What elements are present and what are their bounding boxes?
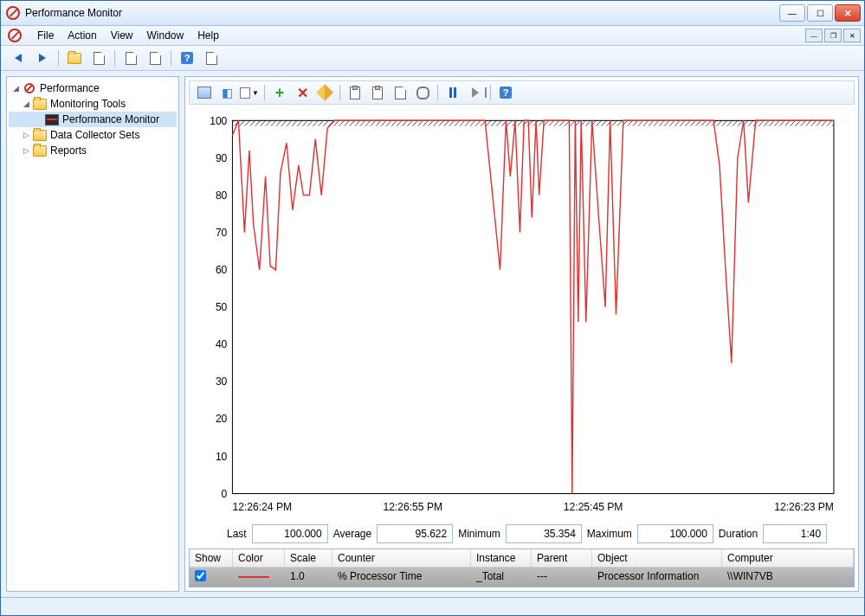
menu-view[interactable]: View [104,28,140,43]
printer-icon [150,52,161,65]
tree-node-monitoring-tools[interactable]: ◢ Monitoring Tools [9,96,177,112]
cell-computer: \\WIN7VB [722,568,854,587]
cell-counter: % Processor Time [332,568,471,587]
col-computer[interactable]: Computer [722,549,854,567]
svg-text:40: 40 [216,338,228,350]
show-tree-button[interactable] [87,48,110,68]
svg-text:10: 10 [216,450,228,462]
grid-row[interactable]: 1.0 % Processor Time _Total --- Processo… [190,568,854,587]
col-parent[interactable]: Parent [532,549,592,567]
chart-help-button[interactable]: ? [495,82,516,103]
max-label: Maximum [587,528,632,540]
tree-node-performance-monitor[interactable]: Performance Monitor [9,112,177,127]
client-area: ◢ Performance ◢ Monitoring Tools Perform… [1,71,864,597]
pause-icon [449,87,456,98]
copy-icon [350,87,360,99]
chart-area: 010203040506070809010012:26:24 PM12:26:5… [189,108,855,521]
folder-up-icon [68,53,81,64]
cell-parent: --- [532,568,592,587]
last-label: Last [227,528,247,540]
copy-button[interactable] [345,82,365,103]
zoom-button[interactable] [412,82,433,103]
menu-window[interactable]: Window [140,28,191,43]
properties-button[interactable] [119,48,142,68]
properties-button[interactable] [390,82,410,103]
col-counter[interactable]: Counter [332,549,471,567]
close-button[interactable]: ✕ [835,4,861,22]
view-graph-button[interactable] [194,82,215,103]
content-panel: ◧ ▼ + ✕ ? 010203040506070809010012:26:24… [184,76,859,592]
paste-button[interactable] [367,82,388,103]
col-object[interactable]: Object [592,549,722,567]
last-value: 100.000 [252,524,328,543]
col-color[interactable]: Color [233,549,285,567]
color-swatch [238,576,269,578]
nav-back-button[interactable] [7,48,29,68]
cell-scale: 1.0 [285,568,332,587]
menu-file[interactable]: File [30,28,61,43]
run-icon [206,52,217,65]
col-scale[interactable]: Scale [285,549,332,567]
menu-action[interactable]: Action [61,28,103,43]
print-button[interactable] [144,48,166,68]
properties-icon [395,87,406,99]
show-checkbox[interactable] [195,570,206,581]
tree-label: Data Collector Sets [50,129,139,141]
main-toolbar: ? [1,46,864,71]
menubar: File Action View Window Help — ❐ ✕ [1,26,864,46]
mdi-restore-button[interactable]: ❐ [824,29,842,42]
svg-text:90: 90 [216,151,228,164]
help-icon: ? [500,87,512,99]
max-value: 100.000 [637,524,713,543]
col-show[interactable]: Show [190,549,233,567]
zoom-icon [416,87,429,99]
svg-text:12:26:23 PM: 12:26:23 PM [774,500,834,512]
svg-text:100: 100 [210,115,227,127]
view-cube-button[interactable]: ◧ [216,82,237,103]
cell-instance: _Total [471,568,532,587]
svg-text:50: 50 [216,301,228,313]
statusbar [1,597,864,615]
update-button[interactable] [465,82,486,103]
minimize-button[interactable]: — [779,4,805,22]
maximize-button[interactable]: ☐ [807,4,833,22]
nav-forward-button[interactable] [31,48,54,68]
tree-label: Performance [40,82,100,94]
grid-header: Show Color Scale Counter Instance Parent… [190,549,854,568]
dur-label: Duration [719,528,758,540]
svg-text:20: 20 [216,413,228,425]
tree-label: Performance Monitor [62,113,159,125]
mdi-close-button[interactable]: ✕ [843,29,861,42]
svg-text:30: 30 [216,375,228,388]
view-type-button[interactable]: ▼ [239,82,260,103]
highlight-button[interactable] [314,82,335,103]
pencil-icon [316,84,333,101]
display-type-icon [240,87,250,99]
svg-text:12:25:45 PM: 12:25:45 PM [564,500,623,512]
counter-grid[interactable]: Show Color Scale Counter Instance Parent… [189,549,855,587]
help-button[interactable]: ? [176,48,198,68]
step-icon [472,87,479,98]
delete-counter-button[interactable]: ✕ [292,82,313,103]
page-icon [126,52,137,65]
paste-icon [372,87,383,99]
tree-node-reports[interactable]: ▷ Reports [9,143,177,158]
help-icon: ? [181,52,193,64]
mdi-minimize-button[interactable]: — [805,29,823,42]
up-button[interactable] [63,48,86,68]
col-instance[interactable]: Instance [471,549,532,567]
freeze-button[interactable] [442,82,463,103]
perf-root-icon [24,83,35,93]
cell-object: Processor Information [592,568,722,587]
min-label: Minimum [458,528,500,540]
run-button[interactable] [200,48,223,68]
tree-node-data-collector-sets[interactable]: ▷ Data Collector Sets [9,127,177,143]
tree-node-performance[interactable]: ◢ Performance [9,80,177,96]
line-chart: 010203040506070809010012:26:24 PM12:26:5… [192,115,839,517]
add-counter-button[interactable]: + [269,82,290,103]
tree-label: Reports [50,144,87,157]
cell-show[interactable] [190,568,233,587]
nav-tree[interactable]: ◢ Performance ◢ Monitoring Tools Perform… [6,76,179,592]
menu-help[interactable]: Help [190,28,226,43]
graph-icon [197,87,211,99]
